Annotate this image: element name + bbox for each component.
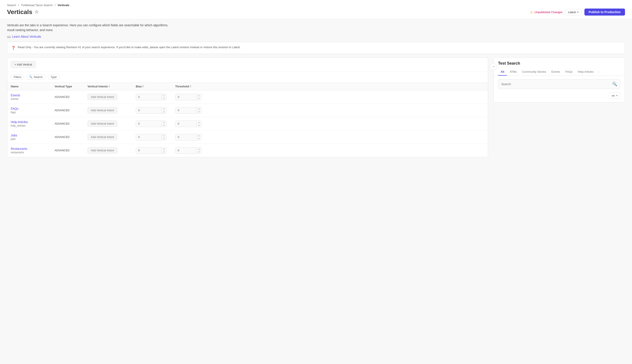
table-row: Restaurants restaurants ADVANCED Add Ver… <box>7 144 488 157</box>
row-intent-cell: Add Vertical Intent <box>88 147 136 154</box>
threshold-up-0[interactable]: ▲ <box>197 94 201 97</box>
test-tabs-more[interactable]: ··· <box>596 68 602 75</box>
threshold-field-4[interactable] <box>175 148 196 153</box>
threshold-up-2[interactable]: ▲ <box>197 121 201 124</box>
bias-info-icon[interactable]: ℹ <box>142 85 144 88</box>
search-sm-icon: 🔍 <box>29 75 33 78</box>
row-threshold-input-2[interactable]: ▲ ▼ <box>175 120 201 127</box>
version-dropdown[interactable]: Latest ▼ <box>565 9 581 15</box>
row-threshold-input-0[interactable]: ▲ ▼ <box>175 94 201 100</box>
add-intent-button-0[interactable]: Add Vertical Intent <box>88 94 117 100</box>
row-name-cell: Jobs jobs <box>11 134 55 140</box>
col-header-bias: Bias ℹ <box>136 85 175 88</box>
bias-down-1[interactable]: ▼ <box>162 110 166 114</box>
threshold-down-2[interactable]: ▼ <box>197 124 201 127</box>
row-name-link-0[interactable]: Events <box>11 94 55 97</box>
row-name-cell: Events events <box>11 94 55 100</box>
right-panel: → Test Search AllATMsCommunity StoriesEv… <box>493 58 625 157</box>
test-tab-atms[interactable]: ATMs <box>507 68 520 76</box>
bias-down-0[interactable]: ▼ <box>162 97 166 100</box>
row-intent-cell: Add Vertical Intent <box>88 120 136 127</box>
bias-field-0[interactable] <box>136 94 161 100</box>
threshold-down-0[interactable]: ▼ <box>197 97 201 100</box>
unpublished-badge: ⚠ Unpublished Changes <box>530 10 562 14</box>
row-name-link-2[interactable]: Help Articles <box>11 120 55 124</box>
threshold-up-3[interactable]: ▲ <box>197 134 201 137</box>
test-tab-all[interactable]: All <box>498 68 507 76</box>
row-bias-input-3[interactable]: ▲ ▼ <box>136 134 166 140</box>
threshold-down-3[interactable]: ▼ <box>197 137 201 140</box>
test-tab-events[interactable]: Events <box>549 68 563 76</box>
top-bar: Search / Turtlehead Tacos Search / Verti… <box>0 0 632 19</box>
row-name-cell: Restaurants restaurants <box>11 147 55 154</box>
filters-row: Filters 🔍 Search Type <box>7 72 488 82</box>
threshold-down-4[interactable]: ▼ <box>197 150 201 154</box>
right-panel-inner: Test Search AllATMsCommunity StoriesEven… <box>493 58 625 102</box>
collapse-panel-button[interactable]: → <box>490 63 497 70</box>
threshold-info-icon[interactable]: ℹ <box>190 85 191 88</box>
star-icon[interactable]: ☆ <box>35 9 39 15</box>
publish-button[interactable]: Publish to Production <box>584 8 625 16</box>
table-row: FAQs faqs ADVANCED Add Vertical Intent ▲… <box>7 104 488 117</box>
filters-button[interactable]: Filters <box>11 74 24 80</box>
intents-info-icon[interactable]: ℹ <box>109 85 110 88</box>
bias-field-1[interactable] <box>136 107 161 113</box>
bias-down-4[interactable]: ▼ <box>162 150 166 154</box>
row-name-cell: FAQs faqs <box>11 107 55 114</box>
threshold-down-1[interactable]: ▼ <box>197 110 201 114</box>
add-intent-button-4[interactable]: Add Vertical Intent <box>88 147 117 154</box>
threshold-field-1[interactable] <box>175 107 196 113</box>
threshold-up-4[interactable]: ▲ <box>197 148 201 150</box>
row-name-link-4[interactable]: Restaurants <box>11 147 55 150</box>
row-bias-input-4[interactable]: ▲ ▼ <box>136 147 166 154</box>
bias-up-2[interactable]: ▲ <box>162 121 166 124</box>
row-bias-input-1[interactable]: ▲ ▼ <box>136 107 166 114</box>
test-tab-faqs[interactable]: FAQs <box>563 68 575 76</box>
bias-up-1[interactable]: ▲ <box>162 107 166 110</box>
row-key: restaurants <box>11 151 55 154</box>
row-threshold-input-3[interactable]: ▲ ▼ <box>175 134 201 140</box>
threshold-field-0[interactable] <box>175 94 196 100</box>
row-name-link-3[interactable]: Jobs <box>11 134 55 137</box>
add-intent-button-3[interactable]: Add Vertical Intent <box>88 134 117 140</box>
breadcrumb-experience[interactable]: Turtlehead Tacos Search <box>21 4 53 7</box>
bias-field-3[interactable] <box>136 134 161 140</box>
add-vertical-row: + Add Vertical <box>7 58 488 72</box>
row-type: ADVANCED <box>55 109 88 112</box>
test-tab-help-articles[interactable]: Help Articles <box>575 68 596 76</box>
search-pill[interactable]: 🔍 Search <box>26 74 45 80</box>
table-row: Jobs jobs ADVANCED Add Vertical Intent ▲… <box>7 130 488 144</box>
test-search-input[interactable] <box>501 82 610 86</box>
bias-down-2[interactable]: ▼ <box>162 124 166 127</box>
add-intent-button-1[interactable]: Add Vertical Intent <box>88 107 117 114</box>
title-row: Verticals ☆ ⚠ Unpublished Changes Latest… <box>7 8 625 16</box>
learn-about-verticals-link[interactable]: 📖 Learn About Verticals <box>0 35 48 38</box>
row-intent-cell: Add Vertical Intent <box>88 134 136 140</box>
threshold-field-3[interactable] <box>175 134 196 140</box>
row-bias-input-2[interactable]: ▲ ▼ <box>136 120 166 127</box>
notice-bar: ❓ Read Only - You are currently viewing … <box>7 42 625 54</box>
bias-up-4[interactable]: ▲ <box>162 148 166 150</box>
language-dropdown[interactable]: en ▼ <box>609 92 620 99</box>
add-vertical-button[interactable]: + Add Vertical <box>11 61 36 68</box>
breadcrumb: Search / Turtlehead Tacos Search / Verti… <box>7 4 625 7</box>
threshold-field-2[interactable] <box>175 121 196 126</box>
threshold-up-1[interactable]: ▲ <box>197 107 201 110</box>
row-bias-input-0[interactable]: ▲ ▼ <box>136 94 166 100</box>
table-row: Events events ADVANCED Add Vertical Inte… <box>7 90 488 104</box>
test-search-header: Test Search <box>494 58 625 66</box>
add-intent-button-2[interactable]: Add Vertical Intent <box>88 120 117 127</box>
row-intent-cell: Add Vertical Intent <box>88 107 136 114</box>
test-tab-community-stories[interactable]: Community Stories <box>520 68 549 76</box>
breadcrumb-search[interactable]: Search <box>7 4 16 7</box>
bias-field-2[interactable] <box>136 121 161 126</box>
row-threshold-input-1[interactable]: ▲ ▼ <box>175 107 201 114</box>
test-tabs: AllATMsCommunity StoriesEventsFAQsHelp A… <box>494 66 625 76</box>
type-pill[interactable]: Type <box>48 74 60 80</box>
row-name-link-1[interactable]: FAQs <box>11 107 55 110</box>
bias-up-3[interactable]: ▲ <box>162 134 166 137</box>
bias-down-3[interactable]: ▼ <box>162 137 166 140</box>
row-threshold-input-4[interactable]: ▲ ▼ <box>175 147 201 154</box>
bias-up-0[interactable]: ▲ <box>162 94 166 97</box>
bias-field-4[interactable] <box>136 148 161 153</box>
